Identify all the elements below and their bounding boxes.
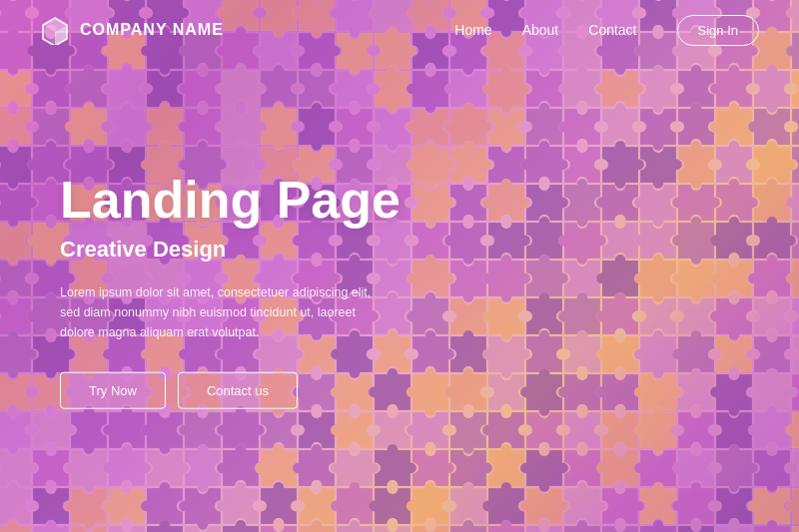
company-name-text: COMPANY NAME bbox=[80, 21, 224, 39]
nav-links: Home About Contact Sign In bbox=[454, 15, 759, 46]
nav-home[interactable]: Home bbox=[454, 22, 491, 38]
try-now-button[interactable]: Try Now bbox=[60, 371, 166, 408]
logo-icon bbox=[40, 15, 70, 45]
logo-area: COMPANY NAME bbox=[40, 15, 454, 45]
hero-subtitle: Creative Design bbox=[60, 236, 400, 262]
nav-contact[interactable]: Contact bbox=[588, 22, 636, 38]
nav-about[interactable]: About bbox=[522, 22, 559, 38]
navbar: COMPANY NAME Home About Contact Sign In bbox=[0, 0, 799, 60]
sign-in-button[interactable]: Sign In bbox=[677, 15, 759, 46]
hero-buttons: Try Now Contact us bbox=[60, 371, 400, 408]
hero-title: Landing Page bbox=[60, 171, 400, 228]
contact-us-button[interactable]: Contact us bbox=[178, 371, 298, 408]
hero-section: Landing Page Creative Design Lorem ipsum… bbox=[60, 171, 400, 408]
hero-body-text: Lorem ipsum dolor sit amet, consectetuer… bbox=[60, 281, 380, 341]
